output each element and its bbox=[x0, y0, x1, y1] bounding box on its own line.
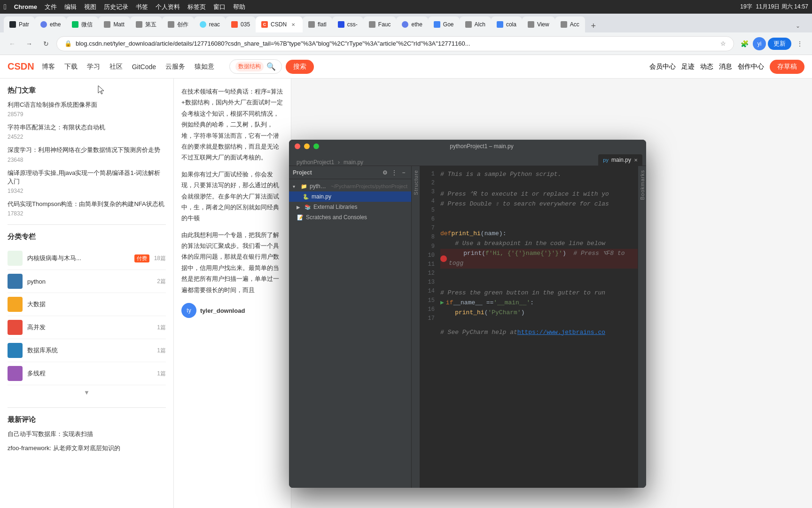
back-button[interactable]: ← bbox=[6, 37, 19, 50]
tab-close-csdn[interactable]: ✕ bbox=[289, 21, 297, 28]
nav-blog[interactable]: 博客 bbox=[42, 63, 55, 71]
code-text-14: print_hi('PyCharm') bbox=[440, 308, 524, 318]
category-count-2: 2篇 bbox=[157, 278, 166, 286]
show-more-categories[interactable]: ▼ bbox=[8, 385, 166, 400]
menubar:  Chrome 文件 编辑 视图 历史记录 书签 个人资料 标签页 窗口 帮助… bbox=[0, 0, 812, 14]
nav-monkey[interactable]: 猿如意 bbox=[195, 63, 214, 71]
category-3[interactable]: 大数据 bbox=[8, 293, 166, 316]
bookmark-star[interactable]: ☆ bbox=[720, 40, 726, 47]
refresh-button[interactable]: ↻ bbox=[39, 37, 53, 50]
menu-button[interactable]: ⋮ bbox=[793, 37, 806, 50]
tab-ethe1[interactable]: ethe bbox=[35, 16, 66, 32]
tree-item-scratches[interactable]: 📝 Scratches and Consoles bbox=[289, 212, 411, 222]
nav-history[interactable]: 足迹 bbox=[681, 63, 695, 71]
tree-item-ext-libs[interactable]: ▶ 📚 External Libraries bbox=[289, 202, 411, 212]
colon: : bbox=[530, 298, 534, 308]
tab-fifth[interactable]: 第五 bbox=[130, 16, 162, 32]
comment-1[interactable]: 自己动手写数据库：实现表扫描 bbox=[8, 430, 166, 438]
tree-item-main-py[interactable]: 🐍 main.py bbox=[289, 191, 411, 202]
category-name-4: 高并发 bbox=[27, 323, 152, 332]
forward-button[interactable]: → bbox=[23, 37, 36, 50]
tab-favicon-matt bbox=[104, 21, 110, 28]
article-5[interactable]: 代码实现Thompson构造：由简单到复杂的构建NFA状态机 17832 bbox=[8, 200, 166, 217]
tree-item-root[interactable]: ▾ 📁 pythonProject1 ~/PycharmProjects/pyt… bbox=[289, 181, 411, 191]
menubar-help[interactable]: 帮助 bbox=[233, 3, 245, 11]
category-6[interactable]: 多线程 1篇 bbox=[8, 362, 166, 385]
tab-create[interactable]: 创作 bbox=[162, 16, 194, 32]
tab-acc[interactable]: Acc bbox=[555, 16, 585, 32]
tab-css[interactable]: css- bbox=[332, 16, 363, 32]
comment-2[interactable]: zfoo-framework: 从老师文章对底层知识的 bbox=[8, 444, 166, 452]
update-button[interactable]: 更新 bbox=[768, 38, 791, 50]
tab-csdn[interactable]: C CSDN ✕ bbox=[256, 16, 303, 32]
nav-download[interactable]: 下载 bbox=[64, 63, 78, 71]
csdn-logo[interactable]: CSDN bbox=[8, 61, 34, 72]
search-box[interactable]: 数据结构 🔍 bbox=[229, 59, 282, 74]
tab-goe[interactable]: Goe bbox=[428, 16, 460, 32]
menubar-view[interactable]: 视图 bbox=[84, 3, 96, 11]
search-button[interactable]: 搜索 bbox=[286, 60, 314, 74]
menubar-profiles[interactable]: 个人资料 bbox=[156, 3, 180, 11]
code-line-16: # See PyCharm help at https://www.jetbra… bbox=[440, 328, 638, 338]
save-draft-button[interactable]: 存草稿 bbox=[770, 60, 804, 74]
new-tab-button[interactable]: + bbox=[587, 19, 600, 32]
nav-message[interactable]: 消息 bbox=[719, 63, 732, 71]
menubar-tabs[interactable]: 标签页 bbox=[187, 3, 206, 11]
category-2[interactable]: python 2篇 bbox=[8, 270, 166, 293]
nav-learn[interactable]: 学习 bbox=[87, 63, 100, 71]
tab-wechat[interactable]: 微信 bbox=[66, 16, 98, 32]
article-2[interactable]: 字符串匹配算法之：有限状态自动机 24522 bbox=[8, 123, 166, 140]
article-1[interactable]: 利用C语言绘制操作系统图像界面 28579 bbox=[8, 101, 166, 118]
article-3[interactable]: 深度学习：利用神经网络在少量数据情况下预测房价走势 23648 bbox=[8, 146, 166, 163]
tab-matt[interactable]: Matt bbox=[98, 16, 130, 32]
tab-list-button[interactable]: ⌄ bbox=[791, 19, 804, 32]
menubar-chrome[interactable]: Chrome bbox=[14, 3, 37, 10]
category-icon-3 bbox=[8, 297, 23, 312]
traffic-light-green[interactable] bbox=[313, 143, 319, 149]
tab-patr[interactable]: Patr bbox=[4, 16, 35, 32]
category-1[interactable]: 内核级病毒与木马... 付费 18篇 bbox=[8, 247, 166, 270]
tab-title-cola: cola bbox=[506, 21, 516, 28]
main-py-tab[interactable]: py main.py ✕ bbox=[598, 154, 642, 166]
address-input[interactable]: 🔒 blog.csdn.net/tyler_download/article/d… bbox=[56, 36, 734, 51]
category-5[interactable]: 数据库系统 1篇 bbox=[8, 339, 166, 362]
def-keyword: def bbox=[440, 229, 451, 239]
bookmarks-tab[interactable]: Bookmarks bbox=[638, 166, 646, 488]
nav-gitcode[interactable]: GitCode bbox=[132, 63, 156, 71]
run-indicator[interactable]: ▶ bbox=[440, 298, 444, 308]
tab-035[interactable]: 035 bbox=[226, 16, 256, 32]
panel-collapse-icon[interactable]: − bbox=[400, 169, 407, 176]
profile-button[interactable]: yi bbox=[753, 37, 766, 50]
category-4[interactable]: 高并发 1篇 bbox=[8, 316, 166, 339]
nav-cloud[interactable]: 云服务 bbox=[165, 63, 185, 71]
menubar-edit[interactable]: 编辑 bbox=[64, 3, 77, 11]
traffic-light-yellow[interactable] bbox=[304, 143, 310, 149]
jetbrains-link[interactable]: https://www.jetbrains.co bbox=[517, 328, 605, 338]
apple-icon[interactable]:  bbox=[4, 3, 7, 11]
menubar-history[interactable]: 历史记录 bbox=[104, 3, 128, 11]
tab-flat[interactable]: flatl bbox=[303, 16, 332, 32]
tab-fauc[interactable]: Fauc bbox=[363, 16, 397, 32]
menubar-bookmarks[interactable]: 书签 bbox=[136, 3, 148, 11]
menubar-window[interactable]: 窗口 bbox=[213, 3, 226, 11]
tab-react[interactable]: reac bbox=[194, 16, 226, 32]
nav-community[interactable]: 社区 bbox=[109, 63, 123, 71]
article-4[interactable]: 编译原理动手实操,用java实现一个简易编译器1-词法解析入门 19342 bbox=[8, 169, 166, 194]
panel-layout-icon[interactable]: ⋮ bbox=[390, 169, 398, 176]
structure-tab[interactable]: Structure bbox=[411, 166, 420, 488]
code-content[interactable]: # This is a sample Python script. # Pres… bbox=[437, 166, 638, 488]
tab-cola[interactable]: cola bbox=[491, 16, 522, 32]
menubar-file[interactable]: 文件 bbox=[45, 3, 57, 11]
tab-close-icon[interactable]: ✕ bbox=[634, 158, 638, 163]
panel-settings-icon[interactable]: ⚙ bbox=[381, 169, 389, 176]
code-comment-16: # See PyCharm help at bbox=[440, 328, 517, 338]
extensions-button[interactable]: 🧩 bbox=[738, 37, 751, 50]
tab-view[interactable]: View bbox=[522, 16, 555, 32]
nav-create[interactable]: 创作中心 bbox=[738, 63, 764, 71]
nav-dynamic[interactable]: 动态 bbox=[700, 63, 713, 71]
tab-ethe2[interactable]: ethe bbox=[396, 16, 428, 32]
traffic-light-red[interactable] bbox=[295, 143, 300, 149]
tab-alch[interactable]: Alch bbox=[460, 16, 491, 32]
nav-member[interactable]: 会员中心 bbox=[649, 63, 676, 71]
file-path-label: main.py bbox=[344, 159, 363, 166]
